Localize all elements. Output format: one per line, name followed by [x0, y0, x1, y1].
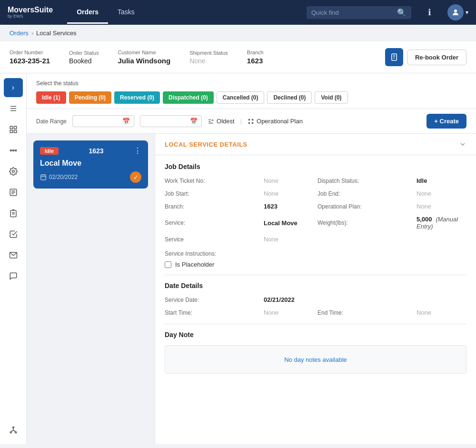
sidebar-notes-button[interactable] — [4, 183, 23, 202]
weight-label: Weight(lbs): — [317, 219, 413, 226]
start-time-value: None — [264, 309, 314, 316]
operational-plan-button[interactable]: Operational Plan — [248, 118, 303, 125]
is-placeholder-checkbox[interactable] — [165, 261, 171, 268]
two-panel: Idle 1623 ⋮ Local Move 02/20/2022 ✓ — [27, 134, 476, 444]
document-icon-button[interactable] — [385, 48, 403, 66]
operational-plan-label: Operational Plan: — [317, 203, 413, 210]
date-range-start[interactable]: 📅 — [72, 115, 134, 127]
sidebar-chat-button[interactable] — [4, 267, 23, 286]
job-card-header: Idle 1623 ⋮ — [40, 146, 141, 155]
is-placeholder-row: Is Placeholder — [165, 261, 466, 268]
order-status-label: Order Status — [69, 50, 99, 56]
date-start-input[interactable] — [77, 118, 119, 125]
search-input[interactable] — [311, 9, 393, 16]
day-note-divider — [165, 324, 466, 324]
status-tab-reserved[interactable]: Reserved (0) — [114, 91, 160, 104]
toolbar: Date Range 📅 📅 Oldest | Operational Plan… — [27, 109, 476, 134]
main-layout: › — [0, 73, 476, 444]
breadcrumb: Orders › Local Services — [0, 25, 476, 41]
status-bar: Select the status Idle (1) Pending (0) R… — [27, 73, 476, 109]
order-header: Order Number 1623-235-21 Order Status Bo… — [0, 41, 476, 73]
job-card-date: 02/20/2022 ✓ — [40, 171, 141, 183]
day-note-area: No day notes available — [165, 345, 466, 374]
sidebar-checklist-button[interactable] — [4, 225, 23, 244]
search-bar: 🔍 — [307, 6, 411, 19]
job-card-number: 1623 — [89, 147, 103, 155]
dispatch-status-label: Dispatch Status: — [317, 178, 413, 184]
job-card-title: Local Move — [40, 159, 141, 168]
breadcrumb-current: Local Services — [36, 30, 77, 37]
rebook-order-button[interactable]: Re-book Order — [407, 50, 466, 65]
status-tab-void[interactable]: Void (0) — [315, 91, 347, 104]
end-time-value: None — [416, 309, 466, 316]
search-icon: 🔍 — [397, 8, 407, 17]
date-end-input[interactable] — [144, 118, 187, 125]
end-time-label: End Time: — [317, 309, 413, 316]
sidebar-clipboard-button[interactable] — [4, 204, 23, 223]
shipment-status-label: Shipment Status — [189, 50, 228, 56]
svg-point-34 — [248, 119, 249, 120]
sidebar-orders-button[interactable] — [4, 120, 23, 139]
status-bar-title: Select the status — [36, 80, 466, 87]
branch-value: 1623 — [247, 57, 264, 65]
order-number-value: 1623-235-21 — [10, 57, 50, 65]
sidebar-network-button[interactable] — [4, 420, 23, 439]
detail-body: Job Details Work Ticket No: None Dispatc… — [155, 155, 476, 381]
svg-point-25 — [12, 427, 14, 428]
detail-section-header[interactable]: LOCAL SERVICE DETAILS — [155, 134, 476, 155]
order-status-value: Booked — [69, 57, 99, 65]
sort-label: Oldest — [217, 118, 235, 125]
job-start-label: Job Start: — [165, 190, 260, 197]
svg-rect-1 — [392, 54, 397, 60]
user-menu[interactable]: ▾ — [447, 4, 468, 20]
svg-point-35 — [252, 119, 253, 120]
order-status-field: Order Status Booked — [69, 50, 99, 65]
job-card-more-button[interactable]: ⋮ — [134, 146, 141, 155]
idle-badge: Idle — [40, 147, 59, 155]
service-label: Service: — [165, 219, 260, 226]
info-button[interactable]: ℹ — [421, 4, 438, 21]
breadcrumb-orders[interactable]: Orders — [10, 30, 29, 37]
sidebar-grid-button[interactable] — [4, 141, 23, 160]
work-ticket-no-label: Work Ticket No: — [165, 178, 260, 184]
job-card[interactable]: Idle 1623 ⋮ Local Move 02/20/2022 ✓ — [33, 140, 148, 189]
branch-detail-value: 1623 — [264, 203, 314, 210]
job-end-label: Job End: — [317, 190, 413, 197]
service2-value: None — [264, 236, 314, 243]
date-range-label: Date Range — [36, 118, 67, 125]
day-note-empty: No day notes available — [284, 356, 347, 363]
divider — [165, 275, 466, 275]
status-tab-dispatched[interactable]: Dispatched (0) — [163, 91, 214, 104]
sidebar-mail-button[interactable] — [4, 246, 23, 265]
service2-label: Service — [165, 236, 260, 243]
date-range-end[interactable]: 📅 — [140, 115, 202, 127]
detail-grid: Work Ticket No: None Dispatch Status: Id… — [165, 177, 466, 243]
status-tab-pending[interactable]: Pending (0) — [69, 91, 111, 104]
svg-line-30 — [13, 430, 16, 432]
sidebar-expand-button[interactable]: › — [4, 78, 23, 97]
status-tab-declined[interactable]: Declined (0) — [267, 91, 312, 104]
job-end-value: None — [416, 190, 466, 197]
nav-tasks[interactable]: Tasks — [108, 1, 144, 24]
create-button[interactable]: + Create — [426, 114, 466, 129]
detail-section-title: LOCAL SERVICE DETAILS — [165, 141, 248, 148]
operational-plan-label: Operational Plan — [257, 118, 303, 125]
status-tab-idle[interactable]: Idle (1) — [36, 91, 66, 104]
branch-field: Branch 1623 — [247, 50, 264, 65]
status-tab-cancelled[interactable]: Cancelled (0) — [217, 91, 265, 104]
sidebar-list-button[interactable] — [4, 99, 23, 118]
toolbar-separator: | — [240, 118, 242, 125]
nav-orders[interactable]: Orders — [67, 1, 108, 24]
content-area: Select the status Idle (1) Pending (0) R… — [27, 73, 476, 444]
svg-point-14 — [15, 150, 16, 151]
sort-button[interactable]: Oldest — [208, 118, 235, 125]
job-details-title: Job Details — [165, 163, 466, 170]
check-circle: ✓ — [130, 171, 141, 183]
chevron-down-icon — [459, 140, 466, 148]
branch-detail-label: Branch: — [165, 203, 260, 210]
date-detail-grid: Service Date: 02/21/2022 Start Time: Non… — [165, 296, 466, 316]
weight-value: 5,000 (Manual Entry) — [416, 216, 466, 230]
job-card-date-value: 02/20/2022 — [49, 174, 78, 180]
sidebar-settings-button[interactable] — [4, 162, 23, 181]
customer-name-label: Customer Name — [118, 50, 170, 55]
